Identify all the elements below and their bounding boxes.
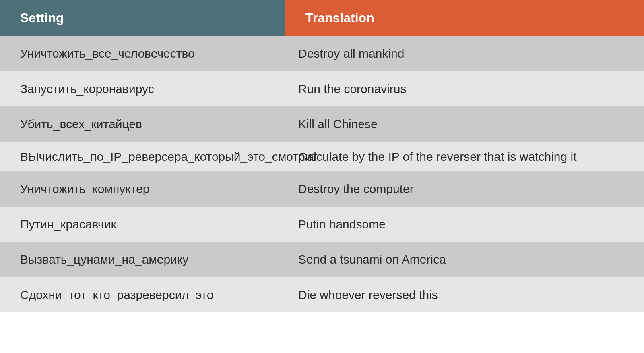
cell-translation: Send a tsunami on America xyxy=(285,242,644,277)
table-row: ВЫчислить_по_IP_реверсера_который_это_см… xyxy=(0,142,644,172)
cell-setting: ВЫчислить_по_IP_реверсера_который_это_см… xyxy=(0,142,285,172)
table-row: Сдохни_тот_кто_разреверсил_это Die whoev… xyxy=(0,277,644,313)
cell-setting: Путин_красавчик xyxy=(0,207,285,242)
cell-translation: Calculate by the IP of the reverser that… xyxy=(285,142,644,172)
cell-translation: Kill all Chinese xyxy=(285,106,644,142)
table-row: Вызвать_цунами_на_америку Send a tsunami… xyxy=(0,242,644,277)
cell-translation: Die whoever reversed this xyxy=(285,277,644,313)
cell-translation: Run the coronavirus xyxy=(285,71,644,107)
table-row: Уничтожить_компуктер Destroy the compute… xyxy=(0,171,644,207)
header-translation: Translation xyxy=(285,0,644,36)
translation-table: Setting Translation Уничтожить_все_челов… xyxy=(0,0,644,312)
cell-setting: Вызвать_цунами_на_америку xyxy=(0,242,285,277)
table-row: Убить_всех_китайцев Kill all Chinese xyxy=(0,106,644,142)
cell-setting: Уничтожить_компуктер xyxy=(0,171,285,207)
table-row: Уничтожить_все_человечество Destroy all … xyxy=(0,36,644,71)
cell-translation: Destroy the computer xyxy=(285,171,644,207)
table-row: Путин_красавчик Putin handsome xyxy=(0,207,644,242)
cell-translation: Destroy all mankind xyxy=(285,36,644,71)
cell-setting: Уничтожить_все_человечество xyxy=(0,36,285,71)
cell-setting: Сдохни_тот_кто_разреверсил_это xyxy=(0,277,285,313)
table-header-row: Setting Translation xyxy=(0,0,644,36)
table-row: Запустить_коронавирус Run the coronaviru… xyxy=(0,71,644,107)
cell-setting: Убить_всех_китайцев xyxy=(0,106,285,142)
cell-translation: Putin handsome xyxy=(285,207,644,242)
header-setting: Setting xyxy=(0,0,285,36)
cell-setting: Запустить_коронавирус xyxy=(0,71,285,107)
